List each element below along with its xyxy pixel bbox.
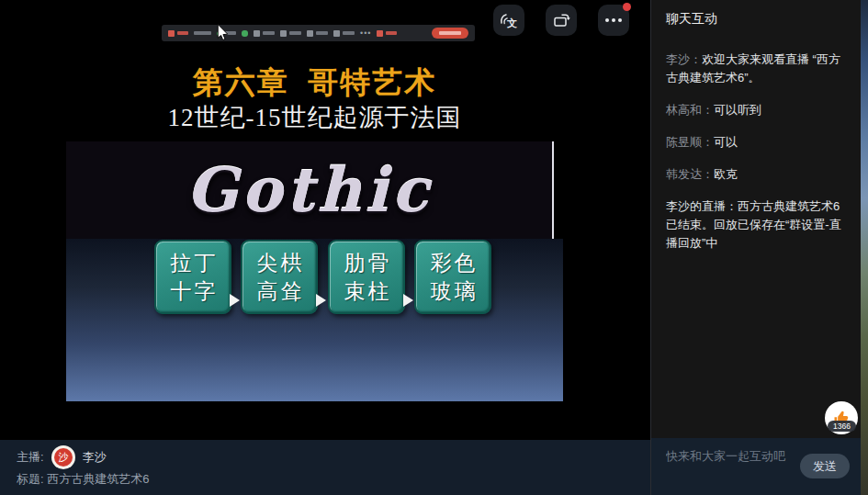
chat-sender: 陈昱顺： <box>666 135 714 149</box>
arrow-right-icon <box>230 294 240 307</box>
keyword-line: 拉丁 <box>168 249 219 277</box>
keyword-box-rib-vault: 肋骨 束柱 <box>328 240 405 314</box>
live-stream-window: ••• 第六章 哥特艺术 12世纪-15世纪起源于法国 Gothic 拉丁 十字… <box>0 0 868 495</box>
notification-dot <box>623 3 631 11</box>
chat-sender: 林高和： <box>666 103 714 117</box>
mic-icon <box>242 30 248 37</box>
keyword-box-latin-cross: 拉丁 十字 <box>154 240 231 314</box>
keyword-line: 肋骨 <box>342 249 392 277</box>
keyword-line: 玻璃 <box>428 277 479 306</box>
chat-message-input[interactable] <box>666 449 795 463</box>
host-info-bar: 主播: 沙 李沙 标题: 西方古典建筑艺术6 <box>0 440 650 495</box>
camera-icon <box>254 30 275 37</box>
rotate-screen-button[interactable] <box>546 5 577 36</box>
chat-text: 可以 <box>714 135 738 149</box>
chat-sender: 李沙的直播： <box>666 199 738 213</box>
keyword-line: 十字 <box>168 277 219 306</box>
rotate-screen-icon <box>552 12 570 29</box>
end-meeting-button <box>432 28 468 39</box>
chat-panel: 聊天互动 李沙：欢迎大家来观看直播 “西方古典建筑艺术6”。 林高和：可以听到 … <box>650 0 861 438</box>
meeting-timer <box>194 31 211 35</box>
keyword-line: 彩色 <box>428 249 479 277</box>
more-icon <box>605 18 622 22</box>
stream-title: 西方古典建筑艺术6 <box>47 472 149 486</box>
svg-text:文: 文 <box>506 17 517 28</box>
chat-message-list[interactable]: 李沙：欢迎大家来观看直播 “西方古典建筑艺术6”。 林高和：可以听到 陈昱顺：可… <box>651 28 861 266</box>
screenshare-meeting-toolbar: ••• <box>162 25 475 41</box>
desktop-wallpaper-strip <box>861 0 868 495</box>
arrow-right-icon <box>316 294 326 307</box>
keyword-line: 束柱 <box>342 277 392 306</box>
chat-text: 可以听到 <box>714 103 761 117</box>
chat-system-message: 李沙的直播：西方古典建筑艺术6 已结束。回放已保存在“群设置-直播回放”中 <box>666 197 846 253</box>
meeting-signal-icon <box>168 30 188 37</box>
host-avatar: 沙 <box>51 445 75 469</box>
subtitle-translate-button[interactable]: 文 <box>493 5 524 36</box>
chat-input-bar: 发送 <box>650 438 861 495</box>
chat-message: 韩发达：欧克 <box>666 165 846 184</box>
chat-sender: 韩发达： <box>666 167 714 181</box>
chat-text: 欧克 <box>714 167 738 181</box>
mouse-cursor <box>217 24 229 41</box>
stream-title-label: 标题: <box>17 472 44 486</box>
chat-panel-title: 聊天互动 <box>651 0 861 28</box>
keyword-box-stained-glass: 彩色 玻璃 <box>414 240 491 314</box>
keyword-box-pointed-arch: 尖栱 高耸 <box>241 240 318 314</box>
stream-title-line: 标题: 西方古典建筑艺术6 <box>0 467 650 488</box>
chat-message: 李沙：欢迎大家来观看直播 “西方古典建筑艺术6”。 <box>666 51 846 87</box>
chat-sender: 李沙： <box>666 52 702 66</box>
like-count-badge: 1366 <box>828 421 856 432</box>
chat-message: 陈昱顺：可以 <box>666 133 846 152</box>
slide-chapter-title: 第六章 哥特艺术 <box>66 62 563 104</box>
gothic-banner-image: Gothic <box>66 141 554 239</box>
gothic-banner-text: Gothic <box>186 154 432 226</box>
host-name: 李沙 <box>83 449 107 466</box>
subtitle-translate-icon: 文 <box>499 11 519 29</box>
members-icon <box>307 30 328 37</box>
chat-icon <box>333 30 355 37</box>
send-button[interactable]: 发送 <box>800 454 850 478</box>
keyword-line: 高耸 <box>254 277 305 306</box>
arrow-right-icon <box>403 294 413 307</box>
host-label: 主播: <box>17 449 44 466</box>
share-screen-icon <box>280 30 301 37</box>
slide-subtitle: 12世纪-15世纪起源于法国 <box>66 101 563 134</box>
seal-stamp-icon: 沙 <box>54 448 73 467</box>
keyword-line: 尖栱 <box>254 249 305 277</box>
chat-message: 林高和：可以听到 <box>666 101 846 119</box>
leave-meeting-icon <box>377 30 397 37</box>
more-icon: ••• <box>360 29 371 38</box>
video-stage: ••• 第六章 哥特艺术 12世纪-15世纪起源于法国 Gothic 拉丁 十字… <box>0 0 650 440</box>
